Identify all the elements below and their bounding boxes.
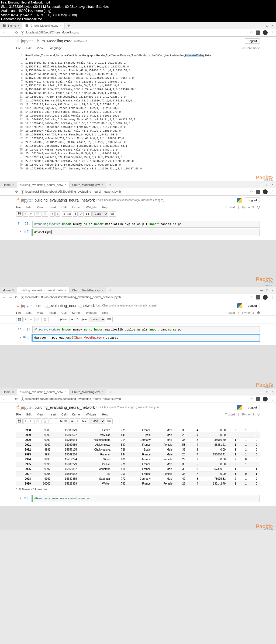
menu-help[interactable]: Help bbox=[102, 206, 108, 209]
cut-button[interactable]: ✂ bbox=[29, 317, 34, 322]
menu-view[interactable]: View bbox=[37, 206, 43, 209]
reload-button[interactable]: ⟳ bbox=[15, 190, 18, 194]
move-down-button[interactable]: ↓ bbox=[55, 211, 60, 217]
save-button[interactable]: 💾 bbox=[16, 317, 23, 322]
menu-edit[interactable]: Edit bbox=[26, 46, 32, 50]
tab-home[interactable]: 📓 Home × bbox=[0, 23, 22, 29]
cell-type-select[interactable]: Code bbox=[89, 418, 105, 424]
cut-button[interactable]: ✂ bbox=[29, 418, 34, 424]
run-button[interactable]: ▶ Run bbox=[59, 418, 69, 424]
restart-run-button[interactable]: ▶▶ bbox=[81, 418, 88, 424]
csv-editor[interactable]: 1RowNumber,CustomerId,Surname,CreditScor… bbox=[0, 51, 276, 176]
extension-icon[interactable] bbox=[256, 295, 260, 299]
logout-button[interactable]: Logout bbox=[245, 38, 260, 44]
interrupt-button[interactable]: ■ bbox=[70, 418, 74, 424]
tab-home[interactable]: Home× bbox=[0, 389, 17, 395]
menu-insert[interactable]: Insert bbox=[49, 311, 56, 314]
close-icon[interactable]: × bbox=[12, 183, 14, 187]
logout-button[interactable]: Logout bbox=[245, 197, 260, 203]
close-icon[interactable]: × bbox=[18, 24, 19, 28]
close-icon[interactable]: × bbox=[12, 390, 14, 394]
copy-button[interactable]: 📄 bbox=[34, 418, 41, 424]
interrupt-button[interactable]: ■ bbox=[73, 211, 78, 217]
code-cell-2[interactable]: ▸ In [ ]: dataset = pd. bbox=[16, 229, 260, 236]
address-bar[interactable]: ilocalhost:8888/notebooks/%20building_ev… bbox=[21, 295, 247, 299]
code-cell-2[interactable]: ▸ In [*]: dataset = pd.read_csv('Churn_M… bbox=[16, 334, 260, 341]
minimize-icon[interactable]: — bbox=[260, 390, 263, 394]
back-button[interactable]: ← bbox=[2, 295, 6, 299]
close-window-icon[interactable]: × bbox=[271, 183, 273, 187]
close-window-icon[interactable]: × bbox=[271, 24, 273, 28]
menu-edit[interactable]: Edit bbox=[26, 311, 32, 314]
jupyter-logo[interactable]: ⊂̃ jupyter bbox=[16, 405, 33, 410]
menu-kernel[interactable]: Kernel bbox=[72, 311, 81, 314]
back-button[interactable]: ← bbox=[2, 190, 6, 194]
menu-view[interactable]: View bbox=[37, 46, 43, 50]
menu-kernel[interactable]: Kernel bbox=[72, 413, 81, 416]
trusted-label[interactable]: Trusted bbox=[225, 413, 235, 416]
move-down-button[interactable]: ↓ bbox=[54, 418, 58, 424]
close-icon[interactable]: × bbox=[101, 288, 103, 292]
command-palette-button[interactable]: ⌨ bbox=[106, 317, 113, 322]
paste-button[interactable]: 📋 bbox=[42, 317, 48, 322]
menu-cell[interactable]: Cell bbox=[61, 206, 67, 209]
logout-button[interactable]: Logout bbox=[245, 303, 260, 308]
address-bar[interactable]: i localhost:8888/edit/Churn_Modelling.cs… bbox=[21, 31, 247, 35]
menu-file[interactable]: File bbox=[16, 413, 21, 416]
run-button[interactable]: ▶ Run bbox=[62, 211, 72, 217]
add-tab-button[interactable]: + bbox=[106, 390, 114, 394]
close-icon[interactable]: × bbox=[101, 183, 103, 187]
close-icon[interactable]: × bbox=[65, 390, 67, 394]
paste-button[interactable]: 📋 bbox=[42, 211, 48, 217]
menu-view[interactable]: View bbox=[37, 311, 43, 314]
move-up-button[interactable]: ↑ bbox=[49, 317, 53, 322]
menu-widgets[interactable]: Widgets bbox=[86, 413, 97, 416]
move-up-button[interactable]: ↑ bbox=[50, 211, 55, 217]
minimize-icon[interactable]: — bbox=[260, 288, 263, 292]
copy-button[interactable]: 📄 bbox=[34, 211, 41, 217]
tab-churn-csv[interactable]: 📓 Churn_Modelling.csv × bbox=[22, 23, 65, 29]
menu-file[interactable]: File bbox=[16, 206, 21, 209]
notebook-title[interactable]: Churn_Modelling.csv bbox=[34, 39, 70, 43]
notebook-title[interactable]: building_evaluating_neural_network bbox=[34, 198, 95, 202]
cut-button[interactable]: ✂ bbox=[29, 211, 34, 217]
tab-notebook[interactable]: building_evaluating_neural_netw× bbox=[17, 182, 69, 188]
jupyter-logo[interactable]: ⊂̃ jupyter bbox=[16, 303, 33, 308]
cell-type-select[interactable]: Code bbox=[89, 317, 105, 322]
move-up-button[interactable]: ↑ bbox=[49, 418, 53, 424]
browser-menu-icon[interactable]: ⋮ bbox=[270, 397, 274, 401]
save-button[interactable]: 💾 bbox=[16, 211, 23, 217]
tab-home[interactable]: Home× bbox=[0, 287, 17, 293]
menu-file[interactable]: File bbox=[16, 311, 21, 314]
add-cell-button[interactable]: + bbox=[23, 211, 28, 217]
maximize-icon[interactable]: □ bbox=[266, 288, 268, 292]
menu-insert[interactable]: Insert bbox=[49, 206, 56, 209]
back-button[interactable]: ← bbox=[2, 397, 6, 401]
forward-button[interactable]: → bbox=[9, 190, 12, 194]
menu-language[interactable]: Language bbox=[49, 46, 62, 50]
menu-help[interactable]: Help bbox=[102, 413, 108, 416]
menu-insert[interactable]: Insert bbox=[49, 413, 56, 416]
maximize-icon[interactable]: □ bbox=[266, 390, 268, 394]
address-bar[interactable]: ilocalhost:8888/notebooks/%20building_ev… bbox=[21, 190, 247, 194]
menu-widgets[interactable]: Widgets bbox=[86, 206, 97, 209]
user-profile-icon[interactable] bbox=[263, 397, 268, 401]
extension-icon[interactable] bbox=[256, 30, 260, 35]
notebook-title[interactable]: building_evaluating_neural_network bbox=[34, 405, 95, 410]
forward-button[interactable]: → bbox=[9, 397, 12, 401]
menu-help[interactable]: Help bbox=[102, 311, 108, 314]
back-button[interactable]: ← bbox=[2, 30, 6, 35]
menu-kernel[interactable]: Kernel bbox=[72, 206, 81, 209]
menu-view[interactable]: View bbox=[37, 413, 43, 416]
jupyter-logo[interactable]: ⊂̃ jupyter bbox=[16, 38, 33, 43]
bookmark-icon[interactable]: ☆ bbox=[250, 190, 253, 194]
minimize-icon[interactable]: — bbox=[260, 183, 263, 187]
menu-cell[interactable]: Cell bbox=[61, 413, 67, 416]
extension-icon[interactable] bbox=[256, 190, 260, 194]
code-cell-1[interactable]: In [1]: #Importing modules import numpy … bbox=[16, 326, 260, 333]
browser-menu-icon[interactable]: ⋮ bbox=[270, 30, 274, 35]
restart-run-button[interactable]: ▶▶ bbox=[84, 211, 92, 217]
tab-csv[interactable]: Churn_Modelling.csv× bbox=[70, 389, 106, 395]
add-tab-button[interactable]: + bbox=[106, 288, 114, 293]
add-tab-button[interactable]: + bbox=[106, 182, 114, 187]
